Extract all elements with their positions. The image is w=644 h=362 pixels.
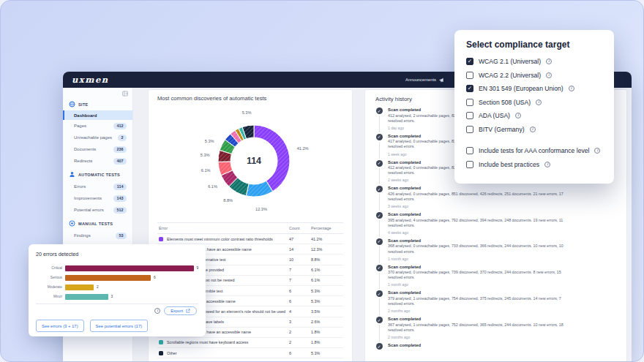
- screenshot-canvas: uxmen Announcements SITED: [0, 0, 644, 362]
- sidebar-item-dashboard[interactable]: Dashboard: [63, 110, 132, 120]
- count-cell: 2: [288, 337, 310, 347]
- donut-percent-label: 12.3%: [255, 207, 267, 211]
- see-errors-button[interactable]: See errors (3 + 17): [36, 320, 84, 332]
- activity-entry-body: Scan completed379 analysed, 1 unreachabl…: [388, 290, 571, 317]
- sidebar-item-unreachable-pages[interactable]: Unreachable pages2: [63, 132, 132, 143]
- activity-entry-title: Scan completed: [388, 290, 571, 295]
- scan-completed-icon: ✓: [376, 238, 383, 245]
- sidebar-item-badge: 53: [116, 233, 127, 239]
- percentage-cell: 5.3%: [310, 285, 343, 295]
- info-icon[interactable]: i: [515, 113, 521, 118]
- sidebar-item-label: Unreachable pages: [74, 135, 112, 140]
- compliance-option: ✓WCAG 2.1 (Universal)i: [466, 58, 602, 65]
- uxmen-logo: uxmen: [72, 75, 109, 85]
- activity-entry-timestamp: 2 months ago: [388, 335, 571, 339]
- compliance-option: WCAG 2.2 (Universal)i: [466, 72, 602, 79]
- collapse-panel-icon[interactable]: [122, 91, 128, 97]
- sidebar-item-badge: 412: [113, 123, 127, 129]
- activity-entry-rail: ✓: [375, 186, 383, 212]
- activity-entry: ✓Scan completed395 analysed, 4 unreachab…: [375, 212, 616, 238]
- info-icon[interactable]: i: [546, 59, 552, 64]
- table-row: Elements must meet minimum color contras…: [157, 234, 343, 244]
- activity-entry-title: Scan completed: [388, 265, 571, 269]
- timeline-connector: [379, 194, 380, 211]
- error-cell: Elements must meet minimum color contras…: [157, 234, 288, 244]
- count-cell: 4: [288, 306, 310, 317]
- errors-export-button[interactable]: Export: [164, 306, 197, 315]
- checkbox-checked[interactable]: ✓: [466, 85, 473, 92]
- info-icon[interactable]: i: [154, 308, 160, 314]
- info-icon[interactable]: i: [530, 127, 536, 132]
- activity-entry-body: Scan completed426 analysed, 0 unreachabl…: [388, 186, 571, 212]
- count-cell: 14: [288, 244, 310, 254]
- info-icon[interactable]: i: [546, 72, 552, 78]
- compliance-option: BITV (Germany)i: [466, 126, 602, 133]
- checkbox-unchecked[interactable]: [466, 99, 473, 106]
- percentage-cell: 8.8%: [310, 254, 343, 265]
- scan-completed-icon: ✓: [376, 160, 383, 167]
- severity-value: 6: [154, 276, 156, 279]
- compliance-option: ✓EN 301 549 (European Union)i: [466, 85, 602, 92]
- checkbox-unchecked[interactable]: [466, 147, 473, 154]
- sidebar-item-errors[interactable]: Errors114: [63, 181, 132, 192]
- donut-percent-label: 5.3%: [242, 110, 252, 115]
- compliance-option: ADA (USA)i: [466, 112, 602, 119]
- severity-value: 9: [197, 266, 199, 270]
- error-cell: Scrollable regions must have keyboard ac…: [157, 337, 288, 347]
- severity-label: Minor: [36, 295, 62, 298]
- sidebar-section-header: MANUAL TESTS: [63, 216, 132, 230]
- activity-entry-rail: ✓: [375, 265, 383, 291]
- compliance-option-label: EN 301 549 (European Union): [479, 85, 564, 92]
- severity-bar-row: Moderate2: [36, 282, 198, 292]
- checkbox-unchecked[interactable]: [466, 72, 473, 79]
- activity-entry-body: Scan completed368 analysed, 0 unreachabl…: [388, 238, 571, 265]
- info-icon[interactable]: i: [569, 86, 574, 91]
- activity-entry-description: 426 analysed, 0 unreachable pages, 851 d…: [388, 192, 571, 202]
- info-icon[interactable]: i: [594, 148, 600, 154]
- severity-bar-row: Serious6: [36, 273, 198, 282]
- count-cell: 10: [288, 254, 310, 265]
- sidebar-item-badge: 236: [113, 146, 127, 153]
- sidebar-item-label: Improvements: [74, 196, 102, 200]
- table-header-error: Error: [157, 223, 288, 234]
- error-color-swatch: [159, 340, 163, 344]
- sidebar-item-findings[interactable]: Findings53: [63, 230, 132, 241]
- sidebar-item-label: Pages: [74, 124, 86, 128]
- donut-chart: 41.2%12.3%8.8%6.1%6.1%5.3%5.3%5.3%114: [157, 103, 343, 222]
- severity-bar-chart: Critical9Serious6Moderate2Minor3: [36, 263, 198, 301]
- sidebar-item-pages[interactable]: Pages412: [63, 120, 132, 132]
- sidebar-item-label: Redirects: [74, 159, 92, 163]
- activity-entry-rail: ✓: [375, 134, 383, 160]
- checkbox-unchecked[interactable]: [466, 112, 473, 119]
- compliance-option-label: BITV (Germany): [479, 126, 525, 133]
- sidebar-item-badge: 143: [113, 195, 127, 202]
- sidebar-item-badge: 512: [113, 207, 127, 214]
- info-icon[interactable]: i: [536, 99, 542, 105]
- sidebar-item-improvements[interactable]: Improvements143: [63, 192, 132, 204]
- checkbox-unchecked[interactable]: [466, 126, 473, 133]
- see-potential-errors-button[interactable]: See potential errors (17): [90, 320, 149, 332]
- activity-entry-timestamp: 4 weeks ago: [388, 230, 571, 235]
- sidebar-section-header: AUTOMATIC TESTS: [63, 167, 132, 181]
- sidebar-item-documents[interactable]: Documents236: [63, 143, 132, 155]
- percentage-cell: 1.8%: [310, 327, 343, 337]
- count-cell: 3: [288, 317, 310, 327]
- timeline-connector: [379, 168, 380, 185]
- info-icon[interactable]: i: [544, 162, 550, 167]
- activity-entry-body: Scan completed367 analysed, 1 unreachabl…: [388, 317, 571, 343]
- sidebar-item-label: Potential errors: [74, 208, 104, 212]
- activity-entry-description: 395 analysed, 4 unreachable pages, 792 d…: [388, 218, 571, 228]
- sidebar-item-redirects[interactable]: Redirects407: [63, 155, 132, 167]
- severity-bar: [65, 294, 108, 300]
- checkbox-checked[interactable]: ✓: [466, 58, 473, 65]
- activity-entry-rail: ✓: [375, 317, 383, 343]
- compliance-option-label: ADA (USA): [479, 112, 510, 119]
- sidebar-item-potential-errors[interactable]: Potential errors512: [63, 204, 132, 216]
- percentage-cell: 41.2%: [310, 234, 343, 244]
- scan-completed-icon: ✓: [376, 290, 383, 297]
- checkbox-unchecked[interactable]: [466, 161, 473, 168]
- errors-detected-card: 20 errors detected Critical9Serious6Mode…: [29, 244, 206, 336]
- activity-entry-title: Scan completed: [388, 186, 571, 190]
- activity-entry-body: Scan completed: [388, 343, 421, 352]
- percentage-cell: 6.1%: [310, 275, 343, 285]
